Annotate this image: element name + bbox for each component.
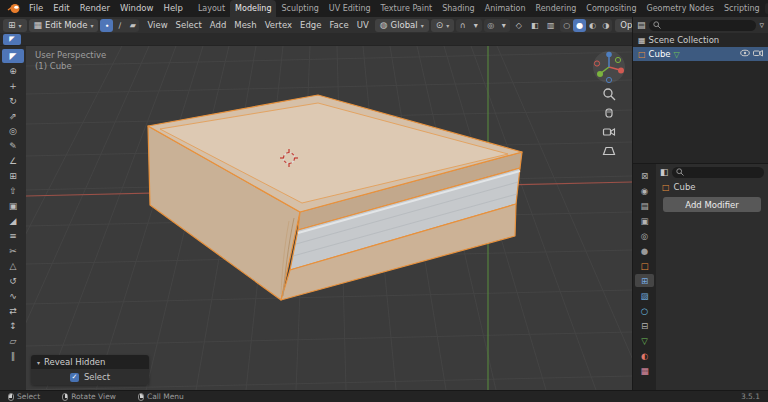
workspace-tab-compositing[interactable]: Compositing bbox=[581, 0, 641, 17]
menu-edge[interactable]: Edge bbox=[296, 17, 325, 33]
tab-tool-icon[interactable]: ⊠ bbox=[635, 169, 654, 182]
properties-search-input[interactable] bbox=[672, 167, 764, 178]
workspace-tab-texture-paint[interactable]: Texture Paint bbox=[376, 0, 438, 17]
tool-inset-faces-icon[interactable]: ▣ bbox=[2, 199, 24, 213]
navigation-gizmo[interactable] bbox=[592, 50, 626, 84]
tool-measure-icon[interactable]: ∠ bbox=[2, 154, 24, 168]
tool-add-cube-icon[interactable]: ⊞ bbox=[2, 169, 24, 183]
add-modifier-button[interactable]: Add Modifier bbox=[663, 197, 761, 212]
tab-object-data-icon[interactable]: ▽ bbox=[635, 334, 654, 347]
camera-view-icon[interactable] bbox=[602, 125, 616, 141]
tab-constraints-icon[interactable]: ⊟ bbox=[635, 319, 654, 332]
workspace-tab-rendering[interactable]: Rendering bbox=[530, 0, 581, 17]
tool-select-box-icon[interactable]: ◤ bbox=[2, 49, 24, 63]
tab-texture-icon[interactable]: ▦ bbox=[635, 364, 654, 377]
properties-editor-icon[interactable]: ◧ bbox=[660, 167, 669, 177]
show-gizmo-icon[interactable]: ◇ bbox=[512, 19, 525, 32]
snap-magnet-icon[interactable]: ∩ bbox=[456, 19, 469, 32]
tab-output-icon[interactable]: ▤ bbox=[635, 199, 654, 212]
operator-panel-header[interactable]: ▾ Reveal Hidden bbox=[31, 355, 149, 369]
tab-object-icon[interactable]: □ bbox=[635, 259, 654, 272]
mode-dropdown[interactable]: ▦ Edit Mode ▾ bbox=[29, 19, 99, 32]
select-checkbox[interactable]: ✓ bbox=[70, 373, 79, 382]
tab-particles-icon[interactable]: ▨ bbox=[635, 289, 654, 302]
menu-window[interactable]: Window bbox=[115, 0, 159, 17]
menu-view[interactable]: View bbox=[143, 17, 171, 33]
material-preview-shading-icon[interactable]: ◐ bbox=[586, 19, 599, 32]
tab-view-layer-icon[interactable]: ▣ bbox=[635, 214, 654, 227]
tool-transform-icon[interactable]: ◎ bbox=[2, 124, 24, 138]
tool-loop-cut-icon[interactable]: ≡ bbox=[2, 229, 24, 243]
menu-face[interactable]: Face bbox=[325, 17, 352, 33]
workspace-tab-sculpting[interactable]: Sculpting bbox=[276, 0, 323, 17]
vertex-select-button[interactable]: ∙ bbox=[100, 19, 113, 32]
workspace-tab-layout[interactable]: Layout bbox=[193, 0, 230, 17]
tab-physics-icon[interactable]: ○ bbox=[635, 304, 654, 317]
filter-icon[interactable]: ▿ bbox=[759, 20, 764, 30]
proportional-editing-icon[interactable]: ◎ bbox=[484, 19, 497, 32]
toggle-xray-icon[interactable]: ▥ bbox=[544, 19, 557, 32]
editor-type-button[interactable]: ⊞ ▾ bbox=[3, 19, 27, 32]
menu-add[interactable]: Add bbox=[206, 17, 230, 33]
scene-selector[interactable]: ▣ Scene × bbox=[765, 3, 768, 14]
tool-extrude-region-icon[interactable]: ⇧ bbox=[2, 184, 24, 198]
tool-rotate-icon[interactable]: ↻ bbox=[2, 94, 24, 108]
outliner-search-input[interactable] bbox=[649, 20, 757, 31]
menu-mesh[interactable]: Mesh bbox=[230, 17, 260, 33]
show-overlays-icon[interactable]: ◧ bbox=[528, 19, 541, 32]
tool-scale-icon[interactable]: ⇗ bbox=[2, 109, 24, 123]
viewport[interactable]: User Perspective (1) Cube bbox=[26, 46, 632, 390]
outliner-editor-icon[interactable]: ▤ bbox=[637, 20, 646, 30]
tool-cursor-icon[interactable]: ⊕ bbox=[2, 64, 24, 78]
tool-spin-icon[interactable]: ↺ bbox=[2, 274, 24, 288]
workspace-tab-shading[interactable]: Shading bbox=[437, 0, 480, 17]
workspace-tab-modeling[interactable]: Modeling bbox=[230, 0, 276, 17]
book-model[interactable] bbox=[148, 95, 522, 300]
menu-vertex[interactable]: Vertex bbox=[261, 17, 296, 33]
pivot-point-dropdown[interactable]: ⊙ ▾ bbox=[431, 19, 455, 32]
tool-smooth-icon[interactable]: ∿ bbox=[2, 289, 24, 303]
tool-edge-slide-icon[interactable]: ⇄ bbox=[2, 304, 24, 318]
pan-hand-icon[interactable] bbox=[602, 106, 616, 122]
tool-move-icon[interactable]: + bbox=[2, 79, 24, 93]
active-tool-icon[interactable]: ◤ bbox=[3, 34, 21, 45]
outliner-row-cube[interactable]: □ Cube ▽ bbox=[633, 47, 768, 61]
tool-poly-build-icon[interactable]: △ bbox=[2, 259, 24, 273]
menu-render[interactable]: Render bbox=[75, 0, 115, 17]
face-select-button[interactable]: ▰ bbox=[126, 19, 139, 32]
menu-file[interactable]: File bbox=[24, 0, 48, 17]
wireframe-shading-icon[interactable]: ○ bbox=[560, 19, 573, 32]
transform-orientation-dropdown[interactable]: ◍ Global ▾ bbox=[375, 19, 429, 32]
rendered-shading-icon[interactable]: ◑ bbox=[599, 19, 612, 32]
tool-shear-icon[interactable]: ▱ bbox=[2, 334, 24, 348]
edge-select-button[interactable]: ∕ bbox=[113, 19, 126, 32]
tab-world-icon[interactable]: ● bbox=[635, 244, 654, 257]
tab-material-icon[interactable]: ◐ bbox=[635, 349, 654, 362]
chevron-down-icon[interactable]: ▾ bbox=[497, 19, 510, 32]
solid-shading-icon[interactable]: ● bbox=[573, 19, 586, 32]
tool-annotate-icon[interactable]: ✎ bbox=[2, 139, 24, 153]
menu-select[interactable]: Select bbox=[172, 17, 206, 33]
disable-render-camera-icon[interactable] bbox=[753, 49, 763, 59]
tab-modifiers-icon[interactable]: ⊞ bbox=[635, 274, 654, 287]
hide-eye-icon[interactable] bbox=[740, 49, 750, 59]
viewport-canvas[interactable] bbox=[26, 46, 632, 390]
blender-logo-icon[interactable] bbox=[7, 3, 21, 14]
chevron-down-icon[interactable]: ▾ bbox=[469, 19, 482, 32]
workspace-tab-animation[interactable]: Animation bbox=[480, 0, 531, 17]
outliner-row-scene-collection[interactable]: ▦ Scene Collection bbox=[633, 33, 768, 47]
workspace-tab-geometry-nodes[interactable]: Geometry Nodes bbox=[642, 0, 719, 17]
tool-rip-region-icon[interactable]: ∥ bbox=[2, 349, 24, 363]
menu-uv[interactable]: UV bbox=[353, 17, 373, 33]
menu-edit[interactable]: Edit bbox=[48, 0, 74, 17]
perspective-toggle-icon[interactable] bbox=[602, 144, 616, 160]
tab-render-icon[interactable]: ◉ bbox=[635, 184, 654, 197]
workspace-tab-uv-editing[interactable]: UV Editing bbox=[324, 0, 376, 17]
tool-shrink-fatten-icon[interactable]: ↕ bbox=[2, 319, 24, 333]
tab-scene-icon[interactable]: ◎ bbox=[635, 229, 654, 242]
workspace-tab-scripting[interactable]: Scripting bbox=[719, 0, 765, 17]
tool-knife-icon[interactable]: ✂ bbox=[2, 244, 24, 258]
zoom-icon[interactable] bbox=[602, 87, 616, 103]
menu-help[interactable]: Help bbox=[158, 0, 187, 17]
tool-bevel-icon[interactable]: ◢ bbox=[2, 214, 24, 228]
